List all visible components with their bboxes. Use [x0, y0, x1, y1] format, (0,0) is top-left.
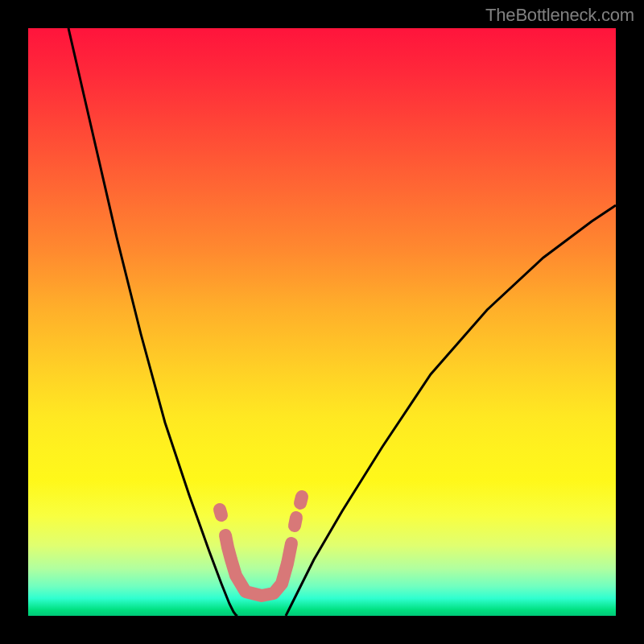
plot-area	[28, 28, 616, 616]
chart-frame: TheBottleneck.com	[0, 0, 644, 644]
series-right-curve	[286, 205, 616, 616]
series-pink-dot-right-mid	[295, 518, 296, 526]
series-left-curve	[68, 28, 237, 616]
series-bottom-pink-connector	[225, 535, 291, 596]
series-pink-dot-right-upper	[300, 497, 302, 503]
watermark-label: TheBottleneck.com	[485, 5, 634, 26]
series-pink-dot-left-upper	[220, 510, 221, 515]
curve-layer	[28, 28, 616, 616]
